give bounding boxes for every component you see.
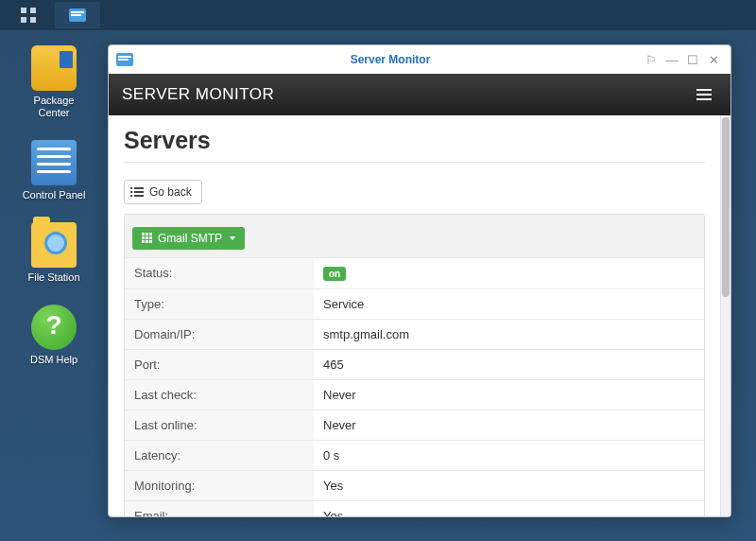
window-maximize-button[interactable]: ☐	[683, 50, 702, 69]
desktop-icons: Package Center Control Panel File Statio…	[21, 45, 87, 387]
window-titlebar[interactable]: Server Monitor ⚐ — ☐ ✕	[109, 45, 730, 74]
server-details-table: Status:onType:ServiceDomain/IP:smtp.gmai…	[125, 257, 704, 517]
row-label: Status:	[125, 257, 314, 288]
app-title: SERVER MONITOR	[122, 85, 274, 104]
row-value: Never	[314, 379, 704, 410]
table-row: Port:465	[125, 349, 704, 379]
window-server-monitor: Server Monitor ⚐ — ☐ ✕ SERVER MONITOR Se…	[108, 44, 731, 517]
row-value: on	[314, 257, 704, 288]
panel-header: Gmail SMTP	[125, 215, 704, 257]
window-title: Server Monitor	[141, 53, 640, 66]
taskbar-server-monitor-button[interactable]	[55, 2, 100, 28]
table-row: Monitoring:Yes	[125, 470, 704, 500]
table-row: Last check:Never	[125, 379, 704, 410]
table-row: Type:Service	[125, 288, 704, 319]
chevron-down-icon	[230, 236, 235, 240]
window-close-button[interactable]: ✕	[704, 50, 723, 69]
table-row: Email:Yes	[125, 500, 704, 516]
row-value: Service	[314, 288, 704, 319]
row-label: Email:	[125, 500, 314, 516]
vertical-scrollbar[interactable]	[720, 115, 730, 516]
row-value: smtp.gmail.com	[314, 319, 704, 349]
go-back-label: Go back	[149, 185, 192, 199]
row-label: Monitoring:	[125, 470, 314, 500]
server-dropdown-button[interactable]: Gmail SMTP	[132, 227, 245, 250]
row-value: Yes	[314, 500, 704, 516]
row-label: Port:	[125, 349, 314, 379]
desktop-icon-label: Control Panel	[21, 189, 87, 201]
monitor-icon	[69, 9, 86, 22]
app-header: SERVER MONITOR	[109, 74, 730, 115]
row-label: Last check:	[125, 379, 314, 410]
row-value: 0 s	[314, 440, 704, 470]
taskbar-apps-button[interactable]	[6, 2, 51, 28]
server-details-panel: Gmail SMTP Status:onType:ServiceDomain/I…	[124, 214, 705, 516]
desktop-icon-label: DSM Help	[21, 354, 87, 366]
content-scroll-area[interactable]: Servers Go back Gmail SMTP Status:onType…	[109, 115, 720, 516]
apps-grid-icon	[21, 8, 36, 23]
list-icon	[134, 187, 144, 197]
status-badge: on	[323, 267, 346, 281]
row-value: Yes	[314, 470, 704, 500]
go-back-button[interactable]: Go back	[124, 180, 202, 204]
taskbar	[0, 0, 756, 30]
row-value: Never	[314, 410, 704, 440]
row-label: Type:	[125, 288, 314, 319]
desktop-icon-control-panel[interactable]: Control Panel	[21, 140, 87, 201]
window-app-icon	[116, 53, 133, 66]
row-value: 465	[314, 349, 704, 379]
scrollbar-thumb[interactable]	[722, 117, 730, 297]
menu-button[interactable]	[691, 83, 717, 106]
server-dropdown-label: Gmail SMTP	[158, 232, 222, 245]
table-row: Last online:Never	[125, 410, 704, 440]
folder-search-icon	[31, 222, 77, 268]
table-row: Domain/IP:smtp.gmail.com	[125, 319, 704, 349]
grid-icon	[142, 233, 152, 243]
desktop-icon-file-station[interactable]: File Station	[21, 222, 87, 284]
row-label: Latency:	[125, 440, 314, 470]
desktop-icon-dsm-help[interactable]: ? DSM Help	[21, 305, 87, 366]
table-row: Latency:0 s	[125, 440, 704, 470]
divider	[124, 162, 705, 163]
desktop-icon-label: Package Center	[21, 95, 87, 119]
control-panel-icon	[31, 140, 77, 185]
page-heading: Servers	[124, 127, 705, 154]
desktop-icon-package-center[interactable]: Package Center	[21, 45, 87, 119]
window-minimize-button[interactable]: —	[662, 50, 681, 69]
row-label: Last online:	[125, 410, 314, 440]
package-icon	[31, 45, 77, 91]
row-label: Domain/IP:	[125, 319, 314, 349]
window-content: Servers Go back Gmail SMTP Status:onType…	[109, 115, 730, 516]
window-pin-button[interactable]: ⚐	[642, 50, 661, 69]
help-icon: ?	[31, 305, 77, 350]
desktop-icon-label: File Station	[21, 271, 87, 284]
table-row: Status:on	[125, 257, 704, 288]
